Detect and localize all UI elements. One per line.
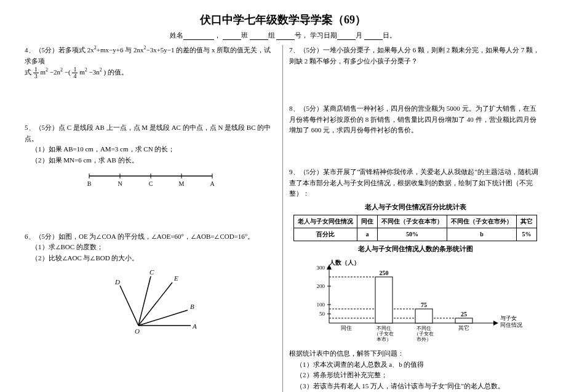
q4-l2c: −2n (50, 68, 60, 76)
columns: 4、（5分）若多项式 2x2+mx−y+6 与 2nx2−3x+5y−1 的差的… (18, 45, 548, 392)
th-situation: 老人与子女同住情况 (294, 215, 357, 228)
group-label: 组 (268, 31, 275, 39)
class-blank (223, 32, 241, 40)
q6-sub1: （1）求∠BOC 的度数； (25, 242, 276, 253)
q4-l2d: −( (65, 68, 71, 76)
pt-B: B (87, 180, 91, 187)
td-50: 50% (378, 228, 447, 241)
lbl-B: B (190, 303, 194, 310)
left-column: 4、（5分）若多项式 2x2+mx−y+6 与 2nx2−3x+5y−1 的差的… (18, 45, 283, 392)
svg-text:不同住: 不同住 (377, 326, 391, 331)
tick-50: 50 (319, 311, 325, 317)
tick-200: 200 (317, 283, 325, 289)
x-note1: 与子女 (500, 315, 517, 321)
tick-300: 300 (317, 265, 325, 271)
svg-line-10 (120, 286, 138, 326)
svg-text:本市）: 本市） (377, 337, 391, 342)
bar3-val: 75 (421, 302, 427, 308)
cat4: 其它 (458, 325, 469, 331)
q4-prefix: 4、（5分）若多项式 2x (25, 46, 94, 54)
q6-sub2: （2）比较∠AOC 与∠BOD 的大小。 (25, 253, 276, 264)
td-5: 5% (517, 228, 537, 241)
name-label: 姓名 (170, 31, 183, 39)
svg-text:（子女在: （子女在 (414, 331, 434, 337)
td-a: a (357, 228, 378, 241)
question-4: 4、（5分）若多项式 2x2+mx−y+6 与 2nx2−3x+5y−1 的差的… (25, 45, 276, 79)
day-blank (364, 32, 383, 40)
month-label: 月 (356, 31, 362, 39)
page-title: 伏口中学七年级数学导学案（69） (18, 12, 548, 27)
lbl-C: C (149, 268, 154, 276)
lbl-D: D (114, 278, 120, 286)
tick-100: 100 (317, 302, 325, 308)
arrow-right-icon (493, 321, 498, 326)
bar4-val: 25 (461, 311, 467, 318)
td-pct: 百分比 (294, 228, 357, 241)
th-notin: 不同住（子女在本市） (378, 215, 447, 228)
q9-text: 9、（5分）某市开展了"雷锋精神你我传承，关爱老人从我做起"的主题活动，随机调查… (289, 167, 541, 199)
bar-3 (415, 309, 432, 323)
frac-1-3: 13 (33, 66, 39, 79)
day-label: 日。 (383, 31, 396, 39)
q9-after: 根据统计表中的信息，解答下列问题： (289, 348, 541, 359)
td-b: b (447, 228, 517, 241)
pt-C: C (148, 180, 153, 187)
num-label: 号， (295, 31, 308, 39)
frac-1-4: 14 (72, 66, 78, 79)
q4-l2a: 式 (25, 68, 31, 76)
q4-l2e: m (79, 68, 85, 76)
q5-text: 5、（5分）点 C 是线段 AB 上一点，点 M 是线段 AC 的中点，点 N … (25, 122, 276, 144)
lbl-A: A (192, 322, 197, 330)
q4-l2g: ) 的值。 (103, 68, 127, 76)
table-title: 老人与子女同住情况百分比统计表 (289, 202, 541, 213)
x-note2: 同住情况 (500, 322, 522, 328)
q4-mid1: +mx−y+6 与 2nx (97, 46, 144, 54)
q6-text: 6、（5分）如图，OE 为∠COA 的平分线，∠AOE=60°，∠AOB=∠CO… (25, 231, 276, 242)
pt-A: A (210, 180, 215, 187)
month-blank (337, 32, 356, 40)
bar2-val: 250 (380, 270, 389, 276)
name-blank (183, 32, 214, 40)
bar-2 (375, 277, 393, 323)
svg-text:（子女在: （子女在 (374, 331, 394, 337)
q9-p1: （1）求本次调查的老人总数及 a、b 的值得 (289, 359, 541, 370)
th-other: 其它 (517, 215, 537, 228)
th-notout: 不同住（子女在市外） (447, 215, 517, 228)
th-together: 同住 (357, 215, 378, 228)
bar-chart: 人数（人） 50 100 200 300 250 75 25 同住 不同住 (305, 258, 526, 345)
cat1: 同住 (341, 325, 352, 331)
bar-4 (455, 318, 472, 323)
question-9: 9、（5分）某市开展了"雷锋精神你我传承，关爱老人从我做起"的主题活动，随机调查… (289, 167, 541, 391)
group-blank (250, 32, 268, 40)
line-segment-figure: B N C M A (83, 170, 218, 188)
question-7: 7、（5分）一堆小孩分栗子，如果每人分 6 颗，则剩 2 颗未分完，如果每人分 … (289, 45, 541, 66)
angle-figure: A B E C D O (102, 267, 200, 335)
header-line: 姓名， 班 组 号， 学习日期月 日。 (18, 31, 548, 40)
q8-text: 8、（5分）某商店销售一种衬衫，四月份的营业额为 5000 元。为了扩大销售，在… (289, 105, 536, 134)
svg-text:市外）: 市外） (417, 337, 431, 342)
pt-N: N (118, 180, 122, 187)
right-column: 7、（5分）一堆小孩分栗子，如果每人分 6 颗，则剩 2 颗未分完，如果每人分 … (283, 45, 548, 392)
q5-sub2: （2）如果 MN=6 cm，求 AB 的长。 (25, 155, 276, 166)
q7-text: 7、（5分）一堆小孩分栗子，如果每人分 6 颗，则剩 2 颗未分完，如果每人分 … (289, 46, 540, 65)
date-label: 学习日期 (310, 31, 337, 39)
q5-sub1: （1）如果 AB=10 cm，AM=3 cm，求 CN 的长； (25, 144, 276, 155)
question-8: 8、（5分）某商店销售一种衬衫，四月份的营业额为 5000 元。为了扩大销售，在… (289, 103, 541, 136)
q4-l2f: −3n (89, 68, 99, 76)
question-6: 6、（5分）如图，OE 为∠COA 的平分线，∠AOE=60°，∠AOB=∠CO… (25, 231, 276, 335)
svg-line-7 (138, 310, 188, 326)
chart-title: 老人与子女同住情况人数的条形统计图 (289, 244, 541, 255)
question-5: 5、（5分）点 C 是线段 AB 上一点，点 M 是线段 AC 的中点，点 N … (25, 122, 276, 188)
y-label: 人数（人） (329, 259, 360, 266)
percent-table: 老人与子女同住情况 同住 不同住（子女在本市） 不同住（子女在市外） 其它 百分… (293, 215, 537, 241)
q9-p3: （3）若该市共有老人 15 万人，请估计该市与子女"同住"的老人总数。 (289, 381, 541, 392)
class-label: 班 (241, 31, 248, 39)
q9-p2: （2）将条形统计图补充完整； (289, 370, 541, 381)
lbl-E: E (173, 274, 178, 282)
num-blank (276, 32, 295, 40)
pt-M: M (178, 180, 184, 187)
q4-l2b: m (41, 68, 46, 76)
lbl-O: O (135, 327, 140, 335)
svg-text:不同住: 不同住 (417, 326, 431, 331)
